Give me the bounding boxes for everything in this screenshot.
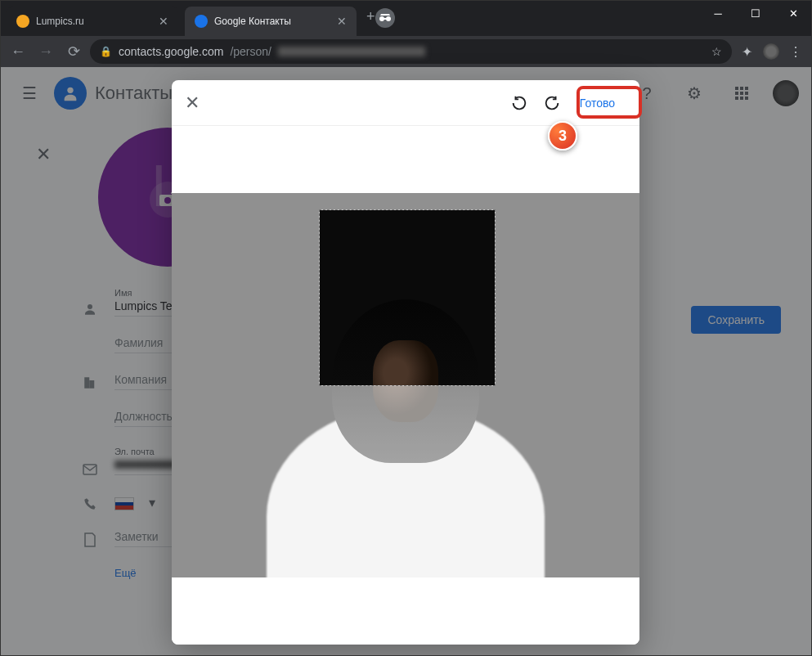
rotate-left-button[interactable] [505,88,534,118]
profile-avatar[interactable] [761,42,781,61]
rotate-right-button[interactable] [537,88,567,118]
close-button[interactable]: ✕ [774,0,812,26]
close-icon[interactable]: ✕ [159,15,168,28]
close-icon[interactable]: ✕ [337,15,347,28]
svg-rect-2 [384,18,387,20]
star-icon[interactable]: ☆ [711,45,722,58]
extensions-icon[interactable]: ✦ [737,42,756,61]
tab-title: Google Контакты [214,16,291,27]
address-field[interactable]: 🔒 contacts.google.com/person/ ☆ [90,39,732,64]
window-controls: ─ ☐ ✕ [699,0,812,26]
minimize-button[interactable]: ─ [699,0,737,26]
browser-tab-contacts[interactable]: Google Контакты ✕ [185,7,357,36]
crop-canvas[interactable] [172,126,639,645]
modal-header: ✕ Готово [172,80,639,126]
annotation-step-badge: 3 [548,121,577,151]
photo-crop-modal: ✕ Готово [172,80,639,645]
tab-title: Lumpics.ru [36,16,84,27]
menu-icon[interactable]: ⋮ [786,42,805,61]
annotation-highlight [576,86,642,119]
url-domain: contacts.google.com [119,45,223,58]
browser-tab-lumpics[interactable]: Lumpics.ru ✕ [7,7,178,36]
incognito-icon[interactable] [375,8,395,28]
maximize-button[interactable]: ☐ [737,0,774,26]
url-blurred [278,47,425,56]
browser-titlebar: Lumpics.ru ✕ Google Контакты ✕ + ─ ☐ ✕ [0,0,812,36]
new-tab-button[interactable]: + [366,8,375,29]
browser-addressbar: ← → ⟳ 🔒 contacts.google.com/person/ ☆ ✦ … [0,36,812,67]
favicon-contacts [195,15,208,28]
lock-icon: 🔒 [100,46,112,57]
back-button[interactable]: ← [7,40,29,63]
reload-button[interactable]: ⟳ [62,40,85,63]
close-icon[interactable]: ✕ [185,92,200,114]
url-path: /person/ [230,45,271,58]
forward-button[interactable]: → [34,40,57,63]
favicon-lumpics [16,15,29,28]
crop-selection[interactable] [319,209,496,386]
